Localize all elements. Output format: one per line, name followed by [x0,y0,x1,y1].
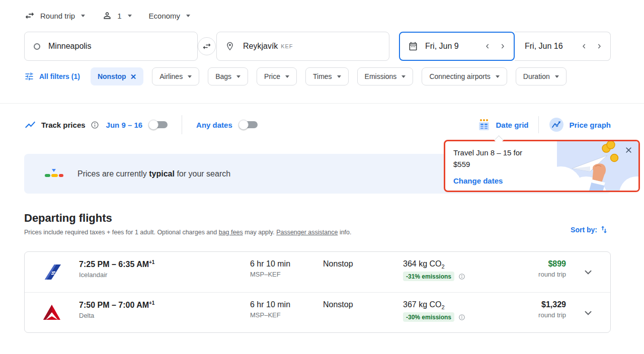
any-dates-label[interactable]: Any dates [196,121,232,129]
callout-line1: Travel Jun 8 – 15 for [453,147,522,158]
all-filters-label: All filters (1) [39,72,80,80]
co2-subscript: 2 [441,304,444,310]
arrival-offset: +1 [149,259,154,265]
flight-route: MSP–KEF [250,311,323,319]
track-prices-toggle[interactable] [148,120,168,130]
track-prices-label: Track prices [41,121,86,129]
delta-logo [42,303,62,323]
price-cell: $1,329 round trip [504,293,566,319]
calendar-icon [408,41,418,51]
filter-chip-bags[interactable]: Bags [208,67,248,85]
sort-by-label: Sort by: [571,226,597,234]
time-range: 7:25 PM – 6:35 AM [79,260,149,269]
co2-subscript: 2 [441,263,444,270]
filter-chip-price[interactable]: Price [257,67,297,85]
all-filters-button[interactable]: All filters (1) [24,71,80,81]
banner-text: Prices are currently typical for your se… [77,169,230,179]
passenger-assistance-link[interactable]: Passenger assistance [276,229,338,236]
airline-name: Delta [79,312,250,319]
flight-duration: 6 hr 10 min [250,259,323,269]
stops-value: Nonstop [323,300,403,309]
track-prices-row: Track prices Jun 9 – 16 Any dates [24,114,611,136]
chip-label: Bags [215,72,231,80]
close-icon[interactable]: ✕ [130,73,137,80]
chevron-down-icon [555,75,559,78]
destination-field[interactable]: Reykjavík KEF [216,32,389,61]
passenger-count: 1 [117,12,121,20]
return-date-field[interactable]: Fri, Jun 16 [515,32,611,61]
price-qualifier: round trip [504,311,566,319]
cabin-class-selector[interactable]: Economy [149,12,191,20]
swap-horiz-icon [24,10,35,21]
chevron-down-icon [188,75,192,78]
departure-date-next-button[interactable] [499,42,507,50]
info-icon[interactable] [458,273,465,280]
disclaimer-prefix: Prices include required taxes + fees for… [24,229,219,236]
any-dates-toggle[interactable] [238,120,258,130]
price-graph-label: Price graph [569,121,611,129]
info-icon[interactable] [458,314,465,321]
flight-row[interactable]: 7:50 PM – 7:00 AM+1 Delta 6 hr 10 min MS… [25,292,610,332]
chip-label: Price [264,72,280,80]
date-grid-icon [477,118,491,131]
chevron-down-icon [496,75,500,78]
bag-fees-link[interactable]: bag fees [219,229,243,236]
flight-times-cell: 7:50 PM – 7:00 AM+1 Delta [79,293,250,319]
location-pin-icon [225,41,235,51]
filter-chip-duration[interactable]: Duration [516,67,567,85]
filter-chip-airlines[interactable]: Airlines [152,67,199,85]
emissions-cell: 367 kg CO2 -30% emissions [403,293,504,322]
filter-chip-nonstop[interactable]: Nonstop ✕ [91,67,143,85]
swap-vert-icon [599,225,609,234]
price-disclaimer: Prices include required taxes + fees for… [24,229,352,236]
chip-label: Duration [523,72,550,80]
return-date-next-button[interactable] [595,42,603,50]
info-icon[interactable] [91,121,99,129]
emissions-cell: 364 kg CO2 -31% emissions [403,252,504,281]
vertical-divider [538,116,539,133]
expand-flight-button[interactable] [583,307,594,318]
search-row: Minneapolis Reykjavík KEF Fri, Jun 9 [24,32,611,61]
trip-type-selector[interactable]: Round trip [24,10,85,21]
cabin-class-label: Economy [149,12,181,20]
vertical-divider [182,115,182,134]
flight-price: $1,329 [504,300,566,309]
change-dates-link[interactable]: Change dates [453,176,503,185]
price-graph-button[interactable]: Price graph [549,117,611,132]
passenger-selector[interactable]: 1 [102,11,131,21]
icelandair-logo [42,262,62,282]
date-grid-button[interactable]: Date grid [477,118,528,131]
sort-by-button[interactable]: Sort by: [571,225,609,234]
callout-price: $559 [453,158,522,170]
banner-suffix: for your search [175,169,230,178]
close-icon[interactable] [625,146,632,154]
stops-cell: Nonstop [323,252,403,269]
flight-price: $899 [504,259,566,269]
departure-date-prev-button[interactable] [484,42,492,50]
travel-dates-callout: Travel Jun 8 – 15 for $559 Change dates [444,140,640,192]
tune-icon [24,71,34,81]
nonstop-chip-label: Nonstop [98,72,126,80]
chip-label: Connecting airports [429,72,490,80]
flight-times-cell: 7:25 PM – 6:35 AM+1 Icelandair [79,252,250,279]
banner-emphasis: typical [149,169,175,178]
chevron-down-icon [401,75,406,78]
track-date-range[interactable]: Jun 9 – 16 [106,121,143,129]
filter-chip-emissions[interactable]: Emissions [357,67,414,85]
swap-locations-button[interactable] [198,37,216,55]
airline-name: Icelandair [79,271,250,279]
line-chart-icon [24,119,36,131]
chip-label: Times [313,72,332,80]
price-gauge-icon [44,167,64,181]
departure-date-field[interactable]: Fri, Jun 9 [399,32,515,61]
chevron-down-icon [186,15,190,17]
filter-chip-times[interactable]: Times [305,67,349,85]
return-date-prev-button[interactable] [580,42,588,50]
destination-airport-code: KEF [281,43,293,49]
duration-cell: 6 hr 10 min MSP–KEF [250,293,323,319]
expand-flight-button[interactable] [583,267,594,278]
origin-field[interactable]: Minneapolis [24,32,198,61]
stops-value: Nonstop [323,259,403,269]
filter-chip-connecting-airports[interactable]: Connecting airports [422,67,507,85]
flight-row[interactable]: 7:25 PM – 6:35 AM+1 Icelandair 6 hr 10 m… [25,252,610,292]
